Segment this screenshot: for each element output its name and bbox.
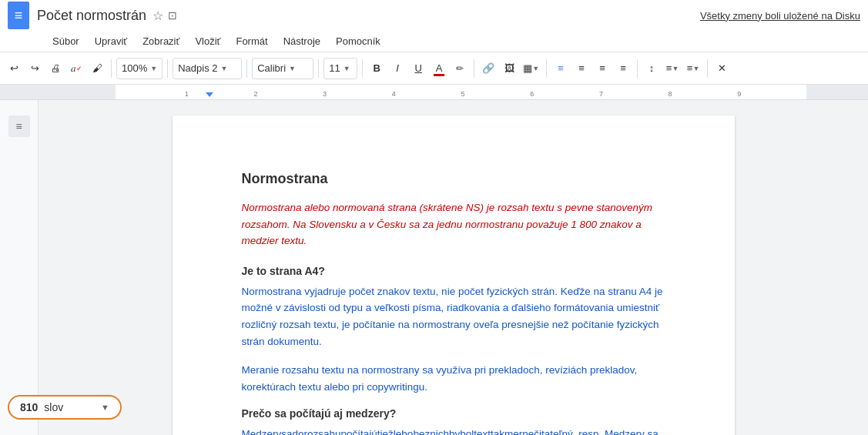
font-dropdown[interactable]: Calibri ▼	[252, 58, 313, 79]
numbered-list-button[interactable]: ≡ ▼	[684, 58, 702, 79]
ruler-num-9: 9	[737, 90, 741, 98]
word-count-badge[interactable]: 810 slov ▼	[8, 395, 122, 420]
folder-icon[interactable]: ⊡	[168, 9, 177, 22]
fontsize-chevron-icon: ▼	[344, 65, 350, 72]
style-chevron-icon: ▼	[220, 65, 227, 72]
font-value: Calibri	[257, 62, 286, 74]
line-spacing-button[interactable]: ↕	[642, 58, 661, 79]
bullet-list-button[interactable]: ≡ ▼	[663, 58, 682, 79]
document-page: Normostrana Normostrana alebo normovaná …	[173, 115, 735, 435]
separator-3	[246, 59, 247, 78]
separator-7	[546, 59, 547, 78]
ruler-num-5: 5	[461, 90, 465, 98]
word-count-chevron-icon: ▼	[101, 403, 109, 412]
document-intro: Normostrana alebo normovaná strana (skrá…	[242, 199, 665, 249]
align-right-button[interactable]: ≡	[593, 58, 612, 79]
fontsize-value: 11	[329, 62, 340, 74]
menu-view[interactable]: Zobraziť	[136, 34, 186, 49]
print-button[interactable]: 🖨	[46, 58, 65, 79]
word-count-label: slov	[44, 401, 63, 413]
separator-4	[318, 59, 319, 78]
ruler-left-page-margin	[39, 85, 116, 100]
separator-9	[707, 59, 708, 78]
separator-2	[167, 59, 168, 78]
document-title[interactable]: Počet normostrán	[37, 8, 146, 24]
section1-text1: Normostrana vyjadruje počet znakov textu…	[242, 283, 665, 350]
zoom-value: 100%	[122, 62, 147, 74]
style-dropdown[interactable]: Nadpis 2 ▼	[173, 58, 242, 79]
ruler-num-7: 7	[599, 90, 603, 98]
style-value: Nadpis 2	[178, 62, 217, 74]
document-area[interactable]: Normostrana Normostrana alebo normovaná …	[39, 100, 868, 435]
align-left-button[interactable]: ≡	[551, 58, 570, 79]
menu-edit[interactable]: Upraviť	[89, 34, 133, 49]
ruler-num-8: 8	[669, 90, 672, 98]
main-area: ≡ Normostrana Normostrana alebo normovan…	[0, 100, 868, 435]
ruler-num-6: 6	[530, 90, 534, 98]
word-count-number: 810	[20, 401, 38, 413]
drawing-button[interactable]: ▦▼	[521, 58, 541, 79]
section1-heading: Je to strana A4?	[242, 265, 665, 277]
align-justify-button[interactable]: ≡	[614, 58, 632, 79]
image-button[interactable]: 🖼	[500, 58, 518, 79]
highlight-button[interactable]: ✏	[451, 58, 469, 79]
ruler-num-1: 1	[185, 90, 189, 98]
title-action-icons: ☆ ⊡	[152, 8, 177, 23]
document-heading: Normostrana	[242, 171, 665, 187]
ruler-num-3: 3	[323, 90, 327, 98]
italic-button[interactable]: I	[388, 58, 407, 79]
section2-heading: Prečo sa počítajú aj medzery?	[242, 407, 665, 420]
font-color-indicator	[434, 74, 444, 76]
ruler-tab-indicator	[206, 92, 213, 97]
paint-format-button[interactable]: 🖌	[88, 58, 106, 79]
section1-text2: Meranie rozsahu textu na normostrany sa …	[242, 362, 665, 395]
menu-insert[interactable]: Vložiť	[189, 34, 226, 49]
toolbar: ↩ ↪ 🖨 𝑎✓ 🖌 100% ▼ Nadpis 2 ▼ Calibri ▼ 1…	[0, 52, 868, 85]
link-button[interactable]: 🔗	[479, 58, 498, 79]
undo-button[interactable]: ↩	[5, 58, 23, 79]
font-color-button[interactable]: A	[430, 58, 448, 79]
redo-button[interactable]: ↪	[25, 58, 44, 79]
clear-format-button[interactable]: ✕	[712, 58, 731, 79]
ruler-num-2: 2	[253, 90, 257, 98]
font-chevron-icon: ▼	[289, 65, 296, 72]
outline-icon[interactable]: ≡	[8, 115, 30, 137]
align-center-button[interactable]: ≡	[572, 58, 591, 79]
title-bar: Počet normostrán ☆ ⊡ Všetky zmeny boli u…	[0, 0, 868, 31]
separator-5	[362, 59, 363, 78]
docs-logo-icon	[8, 2, 29, 29]
sidebar: ≡	[0, 100, 39, 435]
save-status: Všetky zmeny boli uložené na Disku	[700, 10, 860, 22]
ruler: 1 2 3 4 5 6 7 8 9	[0, 85, 868, 100]
zoom-chevron-icon: ▼	[150, 65, 157, 72]
star-icon[interactable]: ☆	[152, 8, 163, 23]
underline-button[interactable]: U	[409, 58, 427, 79]
fontsize-dropdown[interactable]: 11 ▼	[323, 58, 357, 79]
ruler-num-4: 4	[392, 90, 396, 98]
menu-help[interactable]: Pomocník	[330, 34, 387, 49]
separator-1	[111, 59, 112, 78]
separator-6	[474, 59, 474, 78]
spellcheck-button[interactable]: 𝑎✓	[67, 58, 85, 79]
zoom-dropdown[interactable]: 100% ▼	[116, 58, 163, 79]
section2-text: Medzerysadorozsahupočítajútiežlebobeznic…	[242, 426, 665, 435]
menu-file[interactable]: Súbor	[46, 34, 85, 49]
separator-8	[637, 59, 638, 78]
menu-format[interactable]: Formát	[230, 34, 273, 49]
menu-tools[interactable]: Nástroje	[277, 34, 327, 49]
ruler-right-margin	[806, 85, 868, 100]
bold-button[interactable]: B	[367, 58, 386, 79]
menu-bar: Súbor Upraviť Zobraziť Vložiť Formát Nás…	[0, 31, 868, 52]
ruler-left-margin	[0, 85, 39, 100]
ruler-page: 1 2 3 4 5 6 7 8 9	[116, 85, 806, 100]
